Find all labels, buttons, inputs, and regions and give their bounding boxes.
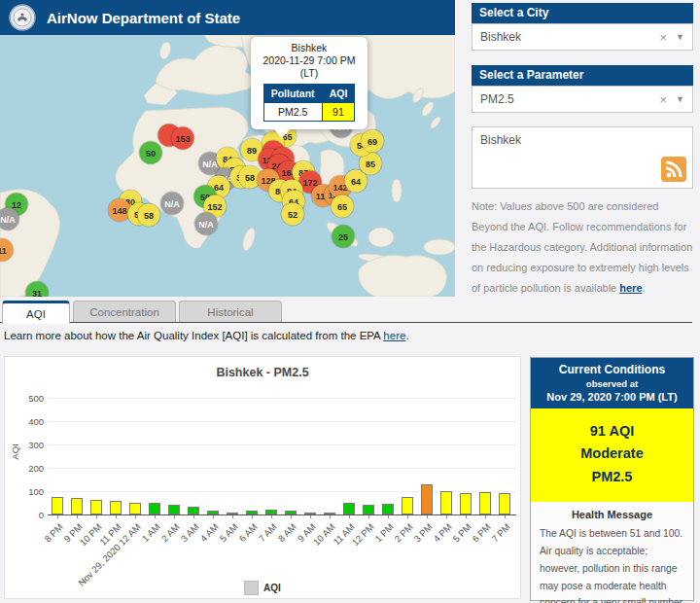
popup-pointer [274, 129, 290, 138]
aqi-bar[interactable] [110, 501, 122, 514]
conditions-aqi-value: 91 AQI [531, 420, 693, 443]
note-suffix: . [643, 282, 646, 294]
aqi-bar[interactable] [90, 500, 102, 514]
popup-pollutant-value: PM2.5 [263, 103, 322, 122]
gridline [48, 444, 516, 445]
note-prefix: Note: Values above 500 are considered Be… [472, 200, 692, 294]
sidebar: Select a City Bishkek × ▼ Select a Param… [472, 3, 693, 298]
aqi-bar[interactable] [149, 503, 160, 514]
y-tick-label: 500 [13, 393, 44, 404]
conditions-datetime: Nov 29, 2020 7:00 PM (LT) [533, 391, 691, 403]
tab-underline [0, 322, 692, 323]
y-tick-label: 0 [13, 510, 44, 520]
legend-label: AQI [263, 583, 281, 593]
aqi-bar[interactable] [440, 491, 452, 514]
world-map[interactable]: 50153N/A8454N/A38586450152N/AN/A80148575… [0, 35, 455, 297]
aqi-bar[interactable] [168, 505, 180, 514]
tab-concentration[interactable]: Concentration [73, 301, 176, 322]
popup-col-pollutant: Pollutant [263, 85, 322, 103]
gridline [48, 468, 516, 469]
health-message-text: The AQI is between 51 and 100. Air quali… [540, 525, 684, 603]
aqi-bar[interactable] [421, 484, 433, 514]
tab-bar: AQI Concentration Historical [2, 301, 282, 322]
conditions-title: Current Conditions [533, 363, 691, 376]
aqi-bar[interactable] [402, 497, 413, 514]
aqi-marker[interactable]: 52 [282, 203, 304, 226]
popup-aqi-value: 91 [322, 103, 355, 122]
popup-timezone: (LT) [255, 67, 364, 80]
y-tick-label: 200 [13, 463, 44, 474]
aqi-marker[interactable]: 153 [172, 127, 194, 150]
epa-link[interactable]: here [383, 330, 405, 341]
popup-datetime: 2020-11-29 7:00 PM [255, 54, 364, 67]
clear-parameter-icon[interactable]: × [659, 92, 667, 107]
map-popup: Bishkek 2020-11-29 7:00 PM (LT) Pollutan… [251, 37, 368, 129]
learn-more-text: Learn more about how the Air Quality Ind… [4, 330, 409, 341]
select-parameter-header: Select a Parameter [472, 65, 693, 86]
aqi-marker[interactable]: 64 [345, 170, 368, 193]
popup-table: Pollutant AQI PM2.5 91 [263, 84, 356, 122]
y-tick-label: 100 [13, 486, 44, 497]
aqi-marker[interactable]: 50 [140, 142, 162, 164]
popup-city: Bishkek [255, 42, 364, 54]
note-text: Note: Values above 500 are considered Be… [472, 196, 693, 298]
legend-swatch [244, 581, 259, 595]
aqi-marker[interactable]: 25 [332, 226, 355, 248]
aqi-bar[interactable] [52, 497, 63, 514]
chart-title: Bishkek - PM2.5 [5, 366, 520, 379]
aqi-bar[interactable] [363, 505, 374, 514]
health-message: Health Message The AQI is between 51 and… [531, 502, 693, 603]
aqi-marker[interactable]: 58 [138, 204, 160, 227]
parameter-select[interactable]: PM2.5 × ▼ [472, 86, 693, 113]
clear-city-icon[interactable]: × [659, 30, 667, 45]
y-tick-label: 300 [13, 440, 44, 450]
y-tick-label: 400 [13, 416, 44, 427]
app-header: AirNow Department of State [0, 0, 455, 35]
aqi-bar[interactable] [499, 493, 510, 514]
aqi-marker[interactable]: 65 [332, 195, 354, 218]
airnow-page: AirNow Department of State [0, 0, 700, 603]
conditions-aqi-block: 91 AQI Moderate PM2.5 [531, 408, 693, 502]
page-title: AirNow Department of State [47, 10, 240, 26]
aqi-bar[interactable] [188, 507, 199, 514]
current-conditions-panel: Current Conditions observed at Nov 29, 2… [530, 357, 694, 601]
aqi-bar[interactable] [343, 503, 355, 514]
aqi-marker[interactable]: 31 [26, 282, 49, 298]
note-link[interactable]: here [619, 282, 642, 294]
learn-more-suffix: . [405, 330, 408, 341]
conditions-category: Moderate [531, 443, 693, 465]
x-axis-line [48, 514, 516, 515]
tab-aqi[interactable]: AQI [2, 301, 70, 324]
aqi-marker[interactable]: 69 [362, 130, 384, 153]
rss-icon[interactable] [661, 157, 686, 182]
learn-more-prefix: Learn more about how the Air Quality Ind… [4, 330, 383, 341]
state-seal-icon [9, 4, 36, 31]
aqi-marker[interactable]: N/A [195, 213, 218, 235]
tab-historical[interactable]: Historical [179, 301, 282, 322]
select-city-header: Select a City [472, 3, 693, 23]
aqi-bar[interactable] [479, 492, 491, 514]
aqi-marker[interactable]: N/A [161, 193, 184, 215]
gridline [48, 421, 516, 422]
gridline [48, 398, 516, 399]
aqi-bar[interactable] [71, 498, 83, 514]
aqi-bar[interactable] [460, 493, 472, 514]
health-message-title: Health Message [540, 509, 684, 520]
parameter-select-value: PM2.5 [480, 92, 659, 106]
conditions-pollutant: PM2.5 [531, 466, 693, 488]
city-select[interactable]: Bishkek × ▼ [472, 23, 693, 51]
parameter-caret-icon[interactable]: ▼ [676, 94, 684, 104]
feed-box: Bishkek [472, 126, 693, 189]
popup-col-aqi: AQI [322, 85, 355, 103]
aqi-bar[interactable] [129, 503, 141, 514]
aqi-chart: Bishkek - PM2.5 AQI 01002003004005008 PM… [4, 356, 521, 599]
feed-city-label: Bishkek [480, 133, 521, 147]
conditions-observed-at: observed at [533, 378, 691, 389]
conditions-header: Current Conditions observed at Nov 29, 2… [531, 358, 693, 408]
city-select-value: Bishkek [480, 30, 659, 44]
city-caret-icon[interactable]: ▼ [676, 32, 684, 42]
aqi-bar[interactable] [382, 504, 394, 514]
chart-legend: AQI [5, 581, 520, 595]
